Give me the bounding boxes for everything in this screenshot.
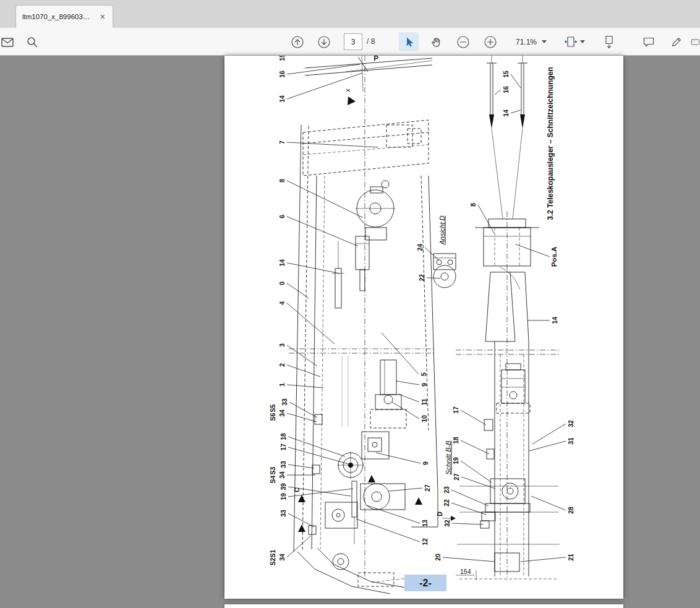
page-fit-dropdown[interactable] bbox=[564, 32, 585, 51]
drawing-callout: S3 bbox=[270, 467, 276, 475]
drawing-callout: 14 bbox=[279, 95, 286, 103]
drawing-callout: S1 bbox=[270, 550, 276, 558]
drawing-callout: 5 bbox=[420, 372, 427, 376]
drawing-callout: 34 bbox=[279, 554, 286, 561]
comment-icon[interactable] bbox=[639, 32, 659, 51]
zoom-level-dropdown[interactable]: 71.1% bbox=[511, 32, 552, 51]
drawing-callout: 39 bbox=[280, 483, 287, 490]
drawing-callout: 19 bbox=[280, 493, 287, 500]
drawing-callout: 23 bbox=[443, 486, 450, 494]
drawing-callout: S6 bbox=[270, 413, 276, 421]
tab-title: ltm1070_x_899603… bbox=[22, 13, 94, 20]
dimension-label: 154 bbox=[460, 568, 471, 575]
drawing-callout: 17 bbox=[280, 443, 287, 451]
drawing-callout: 8 bbox=[470, 203, 477, 207]
drawing-callout: 33 bbox=[280, 461, 287, 468]
pdf-content-area[interactable]: 151614786140432133S5S634181733S3S4343919… bbox=[0, 56, 700, 608]
drawing-callout: 28 bbox=[568, 507, 574, 514]
tab-close-icon[interactable]: × bbox=[99, 12, 106, 21]
drawing-callout: 14 bbox=[552, 317, 558, 324]
drawing-callout: 7 bbox=[279, 140, 286, 144]
drawing-callout: 6 bbox=[279, 215, 286, 218]
drawing-callout: 0 bbox=[279, 281, 286, 285]
drawing-callout: 16 bbox=[279, 71, 286, 78]
chevron-down-icon bbox=[542, 40, 547, 43]
drawing-callout: 2 bbox=[279, 363, 286, 367]
drawing-callout: D bbox=[437, 512, 443, 516]
tab-bar: ltm1070_x_899603… × bbox=[0, 0, 700, 28]
drawing-callout: 12 bbox=[422, 538, 429, 546]
drawing-callout: 1 bbox=[279, 383, 286, 387]
marquee-zoom-icon[interactable] bbox=[22, 32, 42, 51]
drawing-callout: S4 bbox=[270, 476, 276, 484]
drawing-callout: 15 bbox=[279, 56, 286, 61]
next-page-button[interactable] bbox=[314, 32, 334, 51]
drawing-callout: 3 bbox=[279, 343, 286, 347]
pencil-icon[interactable] bbox=[667, 32, 686, 51]
drawing-callout: 24 bbox=[417, 244, 424, 251]
drawing-callout: 27 bbox=[424, 484, 431, 492]
drawing-callout: 9 bbox=[421, 383, 428, 387]
zoom-level-value: 71.1% bbox=[516, 38, 537, 46]
previous-page-button[interactable] bbox=[288, 32, 307, 51]
drawing-callout: 34 bbox=[279, 409, 286, 417]
next-page-top-edge bbox=[224, 604, 623, 608]
drawing-callout: 21 bbox=[568, 554, 574, 561]
page-number-input[interactable] bbox=[344, 33, 362, 50]
drawing-callout: S2 bbox=[270, 558, 276, 566]
drawing-callout: S5 bbox=[270, 405, 276, 413]
drawing-callout: 32 bbox=[444, 520, 451, 527]
document-tab[interactable]: ltm1070_x_899603… × bbox=[15, 5, 113, 28]
drawing-callout: 19 bbox=[453, 457, 459, 465]
partial-right-icon[interactable] bbox=[691, 32, 700, 51]
chevron-down-icon bbox=[580, 40, 585, 43]
select-tool-icon[interactable] bbox=[399, 32, 419, 51]
drawing-callout: Ansicht D bbox=[439, 215, 446, 244]
drawing-side-title: 3.2 Teleskopausleger – Schnittzeichnunge… bbox=[546, 67, 555, 220]
drawing-callout: 4 bbox=[279, 301, 286, 305]
drawing-callout: Pos.A bbox=[551, 247, 558, 267]
drawing-callout: 8 bbox=[279, 179, 286, 182]
zoom-in-icon[interactable] bbox=[480, 32, 500, 51]
page-count-label: / 8 bbox=[367, 28, 375, 56]
drawing-callout: 33 bbox=[280, 510, 287, 517]
drawing-callout: 14 bbox=[503, 109, 510, 117]
drawing-callout: Schnitt B-B bbox=[445, 440, 452, 474]
drawing-callout: P bbox=[373, 56, 378, 62]
drawing-callout: 17 bbox=[453, 406, 459, 414]
drawing-callout: 18 bbox=[453, 437, 459, 444]
drawing-callout: 10 bbox=[421, 415, 428, 422]
drawing-callout: 33 bbox=[281, 398, 288, 406]
zoom-out-icon[interactable] bbox=[453, 32, 473, 51]
envelope-icon[interactable] bbox=[0, 32, 17, 51]
drawing-callout: 20 bbox=[435, 554, 442, 561]
drawing-callout: 27 bbox=[453, 473, 460, 481]
pdf-page: 151614786140432133S5S634181733S3S4343919… bbox=[224, 56, 623, 599]
drawing-callout: 18 bbox=[280, 433, 287, 440]
drawing-callout: 22 bbox=[443, 499, 450, 507]
scrolling-mode-icon[interactable] bbox=[599, 32, 619, 51]
drawing-callout: 16 bbox=[503, 86, 510, 93]
callout-layer: 151614786140432133S5S634181733S3S4343919… bbox=[224, 56, 623, 599]
drawing-callout: 11 bbox=[421, 398, 428, 405]
drawing-callout: 13 bbox=[422, 520, 429, 527]
drawing-callout: 34 bbox=[279, 471, 286, 479]
drawing-callout: 9 bbox=[422, 461, 429, 465]
drawing-callout: 22 bbox=[419, 274, 425, 281]
drawing-callout: 14 bbox=[279, 259, 286, 267]
page-number-highlight: -2- bbox=[404, 575, 446, 591]
hand-tool-icon[interactable] bbox=[427, 32, 446, 51]
drawing-callout: 31 bbox=[568, 437, 574, 445]
drawing-callout: x bbox=[344, 88, 351, 92]
toolbar: / 8 71.1% bbox=[0, 28, 700, 56]
drawing-callout: 15 bbox=[503, 71, 510, 78]
drawing-callout: C bbox=[294, 487, 301, 492]
drawing-callout: 32 bbox=[568, 420, 574, 427]
